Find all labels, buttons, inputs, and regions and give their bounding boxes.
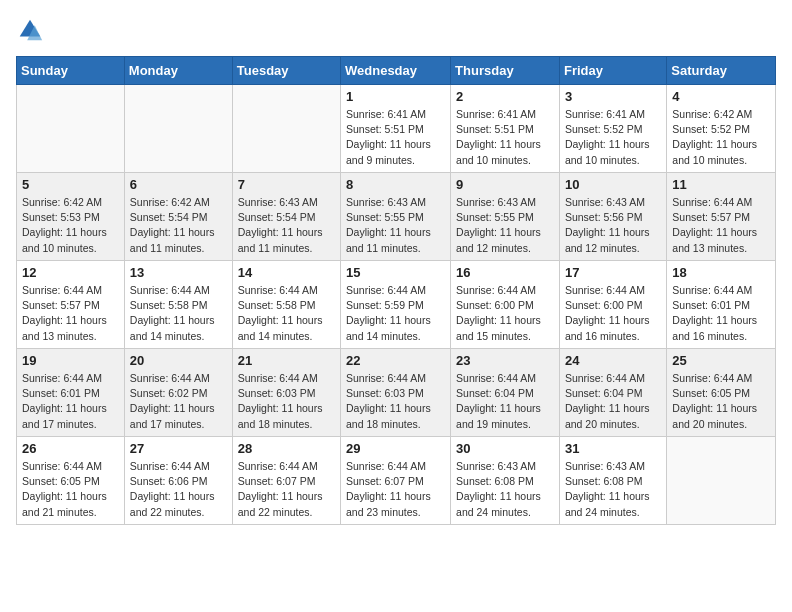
day-number: 17 [565, 265, 661, 280]
day-of-week-header: Thursday [451, 57, 560, 85]
day-number: 11 [672, 177, 770, 192]
calendar-cell: 6Sunrise: 6:42 AMSunset: 5:54 PMDaylight… [124, 173, 232, 261]
calendar-cell [667, 437, 776, 525]
day-number: 4 [672, 89, 770, 104]
day-info: Sunrise: 6:44 AMSunset: 6:03 PMDaylight:… [238, 371, 335, 432]
day-number: 25 [672, 353, 770, 368]
day-info: Sunrise: 6:41 AMSunset: 5:52 PMDaylight:… [565, 107, 661, 168]
day-info: Sunrise: 6:43 AMSunset: 6:08 PMDaylight:… [456, 459, 554, 520]
day-info: Sunrise: 6:44 AMSunset: 6:07 PMDaylight:… [238, 459, 335, 520]
day-number: 20 [130, 353, 227, 368]
day-info: Sunrise: 6:42 AMSunset: 5:53 PMDaylight:… [22, 195, 119, 256]
day-number: 29 [346, 441, 445, 456]
calendar-cell: 19Sunrise: 6:44 AMSunset: 6:01 PMDayligh… [17, 349, 125, 437]
day-info: Sunrise: 6:41 AMSunset: 5:51 PMDaylight:… [456, 107, 554, 168]
day-number: 28 [238, 441, 335, 456]
day-number: 27 [130, 441, 227, 456]
page-header [16, 16, 776, 44]
day-info: Sunrise: 6:44 AMSunset: 6:04 PMDaylight:… [565, 371, 661, 432]
day-info: Sunrise: 6:43 AMSunset: 5:55 PMDaylight:… [456, 195, 554, 256]
day-info: Sunrise: 6:42 AMSunset: 5:54 PMDaylight:… [130, 195, 227, 256]
day-number: 26 [22, 441, 119, 456]
day-number: 18 [672, 265, 770, 280]
calendar-cell: 17Sunrise: 6:44 AMSunset: 6:00 PMDayligh… [559, 261, 666, 349]
day-number: 14 [238, 265, 335, 280]
day-info: Sunrise: 6:43 AMSunset: 5:55 PMDaylight:… [346, 195, 445, 256]
day-number: 23 [456, 353, 554, 368]
day-number: 31 [565, 441, 661, 456]
day-number: 8 [346, 177, 445, 192]
calendar-cell: 3Sunrise: 6:41 AMSunset: 5:52 PMDaylight… [559, 85, 666, 173]
calendar-cell: 7Sunrise: 6:43 AMSunset: 5:54 PMDaylight… [232, 173, 340, 261]
day-info: Sunrise: 6:44 AMSunset: 5:58 PMDaylight:… [238, 283, 335, 344]
day-info: Sunrise: 6:42 AMSunset: 5:52 PMDaylight:… [672, 107, 770, 168]
day-of-week-header: Monday [124, 57, 232, 85]
logo [16, 16, 48, 44]
calendar-cell: 9Sunrise: 6:43 AMSunset: 5:55 PMDaylight… [451, 173, 560, 261]
day-info: Sunrise: 6:44 AMSunset: 5:59 PMDaylight:… [346, 283, 445, 344]
calendar-cell: 26Sunrise: 6:44 AMSunset: 6:05 PMDayligh… [17, 437, 125, 525]
calendar-cell: 29Sunrise: 6:44 AMSunset: 6:07 PMDayligh… [341, 437, 451, 525]
calendar-week-row: 26Sunrise: 6:44 AMSunset: 6:05 PMDayligh… [17, 437, 776, 525]
calendar-cell: 31Sunrise: 6:43 AMSunset: 6:08 PMDayligh… [559, 437, 666, 525]
day-of-week-header: Saturday [667, 57, 776, 85]
calendar-header-row: SundayMondayTuesdayWednesdayThursdayFrid… [17, 57, 776, 85]
day-number: 3 [565, 89, 661, 104]
calendar-week-row: 12Sunrise: 6:44 AMSunset: 5:57 PMDayligh… [17, 261, 776, 349]
day-info: Sunrise: 6:44 AMSunset: 5:57 PMDaylight:… [672, 195, 770, 256]
day-info: Sunrise: 6:44 AMSunset: 6:06 PMDaylight:… [130, 459, 227, 520]
day-of-week-header: Sunday [17, 57, 125, 85]
logo-icon [16, 16, 44, 44]
calendar-cell: 2Sunrise: 6:41 AMSunset: 5:51 PMDaylight… [451, 85, 560, 173]
calendar-cell [17, 85, 125, 173]
day-info: Sunrise: 6:44 AMSunset: 6:01 PMDaylight:… [672, 283, 770, 344]
day-info: Sunrise: 6:44 AMSunset: 6:02 PMDaylight:… [130, 371, 227, 432]
day-info: Sunrise: 6:44 AMSunset: 6:03 PMDaylight:… [346, 371, 445, 432]
calendar-cell: 27Sunrise: 6:44 AMSunset: 6:06 PMDayligh… [124, 437, 232, 525]
day-info: Sunrise: 6:44 AMSunset: 6:05 PMDaylight:… [672, 371, 770, 432]
calendar-cell: 30Sunrise: 6:43 AMSunset: 6:08 PMDayligh… [451, 437, 560, 525]
calendar-cell: 20Sunrise: 6:44 AMSunset: 6:02 PMDayligh… [124, 349, 232, 437]
calendar-cell: 10Sunrise: 6:43 AMSunset: 5:56 PMDayligh… [559, 173, 666, 261]
day-number: 21 [238, 353, 335, 368]
day-number: 24 [565, 353, 661, 368]
calendar-cell: 25Sunrise: 6:44 AMSunset: 6:05 PMDayligh… [667, 349, 776, 437]
day-number: 9 [456, 177, 554, 192]
day-number: 1 [346, 89, 445, 104]
day-of-week-header: Wednesday [341, 57, 451, 85]
day-number: 19 [22, 353, 119, 368]
calendar-cell [232, 85, 340, 173]
day-number: 30 [456, 441, 554, 456]
calendar-cell: 4Sunrise: 6:42 AMSunset: 5:52 PMDaylight… [667, 85, 776, 173]
calendar-cell: 21Sunrise: 6:44 AMSunset: 6:03 PMDayligh… [232, 349, 340, 437]
day-number: 2 [456, 89, 554, 104]
calendar-cell: 8Sunrise: 6:43 AMSunset: 5:55 PMDaylight… [341, 173, 451, 261]
day-info: Sunrise: 6:44 AMSunset: 5:57 PMDaylight:… [22, 283, 119, 344]
day-number: 16 [456, 265, 554, 280]
day-info: Sunrise: 6:44 AMSunset: 6:04 PMDaylight:… [456, 371, 554, 432]
day-number: 12 [22, 265, 119, 280]
calendar-cell: 11Sunrise: 6:44 AMSunset: 5:57 PMDayligh… [667, 173, 776, 261]
calendar-cell: 12Sunrise: 6:44 AMSunset: 5:57 PMDayligh… [17, 261, 125, 349]
day-number: 10 [565, 177, 661, 192]
day-info: Sunrise: 6:44 AMSunset: 6:00 PMDaylight:… [565, 283, 661, 344]
calendar-week-row: 1Sunrise: 6:41 AMSunset: 5:51 PMDaylight… [17, 85, 776, 173]
calendar-cell: 18Sunrise: 6:44 AMSunset: 6:01 PMDayligh… [667, 261, 776, 349]
day-info: Sunrise: 6:41 AMSunset: 5:51 PMDaylight:… [346, 107, 445, 168]
calendar-cell: 1Sunrise: 6:41 AMSunset: 5:51 PMDaylight… [341, 85, 451, 173]
day-info: Sunrise: 6:44 AMSunset: 6:01 PMDaylight:… [22, 371, 119, 432]
day-number: 6 [130, 177, 227, 192]
calendar-cell: 24Sunrise: 6:44 AMSunset: 6:04 PMDayligh… [559, 349, 666, 437]
calendar-cell: 28Sunrise: 6:44 AMSunset: 6:07 PMDayligh… [232, 437, 340, 525]
day-of-week-header: Friday [559, 57, 666, 85]
day-number: 7 [238, 177, 335, 192]
day-number: 15 [346, 265, 445, 280]
calendar-week-row: 5Sunrise: 6:42 AMSunset: 5:53 PMDaylight… [17, 173, 776, 261]
day-info: Sunrise: 6:44 AMSunset: 5:58 PMDaylight:… [130, 283, 227, 344]
day-info: Sunrise: 6:44 AMSunset: 6:00 PMDaylight:… [456, 283, 554, 344]
calendar-cell: 14Sunrise: 6:44 AMSunset: 5:58 PMDayligh… [232, 261, 340, 349]
calendar-cell: 22Sunrise: 6:44 AMSunset: 6:03 PMDayligh… [341, 349, 451, 437]
day-info: Sunrise: 6:43 AMSunset: 5:54 PMDaylight:… [238, 195, 335, 256]
day-info: Sunrise: 6:43 AMSunset: 6:08 PMDaylight:… [565, 459, 661, 520]
day-number: 13 [130, 265, 227, 280]
